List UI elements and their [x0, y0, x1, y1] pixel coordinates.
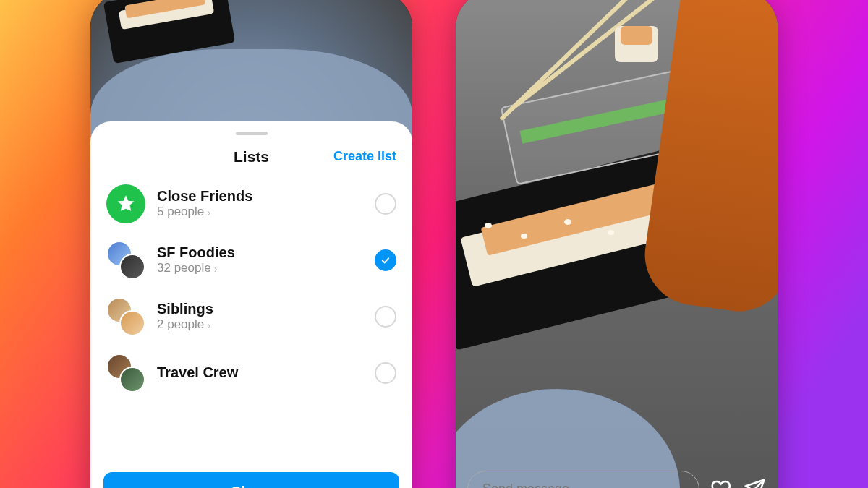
list-item-text: SF Foodies 32 people › [157, 244, 363, 275]
chevron-right-icon: › [207, 319, 210, 331]
list-item-subtitle: 32 people › [157, 261, 363, 275]
phone-right [456, 0, 778, 488]
sheet-title: Lists [234, 148, 269, 166]
list-item-radio[interactable] [375, 306, 396, 328]
phone-left: Lists Create list Close Friends 5 people… [90, 0, 412, 488]
list-item-travel-crew[interactable]: Travel Crew [90, 345, 412, 401]
list-item-name: Close Friends [157, 188, 363, 205]
group-avatar [106, 297, 145, 336]
sheet-header: Lists Create list [90, 144, 412, 176]
list-item-radio[interactable] [375, 249, 396, 271]
list-item-subtitle: 2 people › [157, 317, 363, 332]
lists-bottom-sheet: Lists Create list Close Friends 5 people… [90, 121, 412, 489]
share-button[interactable]: Share [103, 472, 399, 489]
story-thumbnail-image [172, 0, 331, 136]
check-icon [380, 254, 391, 266]
list-item-count: 5 people [157, 205, 204, 219]
list-item-sf-foodies[interactable]: SF Foodies 32 people › [90, 232, 412, 288]
story-image [456, 0, 778, 488]
sheet-grabber[interactable] [236, 132, 268, 135]
close-friends-icon [106, 184, 145, 223]
list-item-count: 2 people [157, 317, 204, 332]
reply-input[interactable] [467, 471, 699, 489]
list-item-close-friends[interactable]: Close Friends 5 people › [90, 176, 412, 232]
list-item-count: 32 people [157, 261, 211, 275]
chevron-right-icon: › [207, 206, 210, 218]
list-item-text: Close Friends 5 people › [157, 188, 363, 219]
list-item-name: SF Foodies [157, 244, 363, 261]
story-reply-bar [467, 471, 766, 489]
list-item-name: Travel Crew [157, 364, 363, 381]
chevron-right-icon: › [214, 262, 218, 275]
create-list-link[interactable]: Create list [333, 149, 396, 164]
group-avatar [106, 354, 145, 393]
list-item-text: Siblings 2 people › [157, 301, 363, 332]
audience-list: Close Friends 5 people › SF Foodies 32 p… [90, 176, 412, 465]
list-item-radio[interactable] [375, 193, 396, 215]
heart-icon[interactable] [711, 478, 733, 488]
list-item-name: Siblings [157, 301, 363, 317]
star-icon [116, 194, 136, 214]
list-item-text: Travel Crew [157, 364, 363, 381]
list-item-subtitle: 5 people › [157, 205, 363, 219]
story-thumbnail [172, 0, 331, 136]
sheet-footer: Share [90, 465, 412, 489]
list-item-radio[interactable] [375, 362, 396, 384]
send-icon[interactable] [744, 478, 766, 488]
story-viewer[interactable] [456, 0, 778, 488]
group-avatar [106, 241, 145, 280]
list-item-siblings[interactable]: Siblings 2 people › [90, 288, 412, 345]
